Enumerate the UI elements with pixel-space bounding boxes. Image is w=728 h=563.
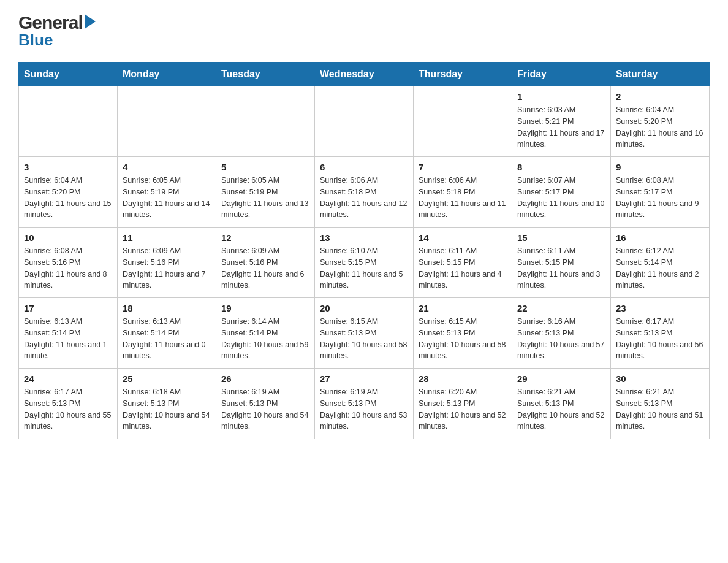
day-sun-info: Sunrise: 6:07 AMSunset: 5:17 PMDaylight:… — [517, 175, 605, 221]
logo-general-text: General — [18, 12, 83, 33]
day-sun-info: Sunrise: 6:11 AMSunset: 5:15 PMDaylight:… — [517, 245, 605, 291]
logo-arrow-icon — [85, 14, 96, 29]
calendar-cell: 30Sunrise: 6:21 AMSunset: 5:13 PMDayligh… — [611, 369, 710, 439]
day-sun-info: Sunrise: 6:06 AMSunset: 5:18 PMDaylight:… — [419, 175, 507, 221]
calendar-cell: 7Sunrise: 6:06 AMSunset: 5:18 PMDaylight… — [414, 157, 512, 228]
day-sun-info: Sunrise: 6:20 AMSunset: 5:13 PMDaylight:… — [419, 386, 507, 432]
day-number: 29 — [517, 373, 605, 384]
day-number: 11 — [123, 232, 211, 243]
calendar-cell: 15Sunrise: 6:11 AMSunset: 5:15 PMDayligh… — [512, 228, 611, 298]
day-sun-info: Sunrise: 6:21 AMSunset: 5:13 PMDaylight:… — [616, 386, 704, 432]
day-sun-info: Sunrise: 6:06 AMSunset: 5:18 PMDaylight:… — [320, 175, 408, 221]
day-sun-info: Sunrise: 6:04 AMSunset: 5:20 PMDaylight:… — [24, 175, 112, 221]
day-number: 5 — [221, 162, 309, 172]
day-number: 19 — [221, 303, 309, 313]
logo-blue-text: Blue — [18, 31, 53, 50]
page-header: General Blue — [18, 12, 710, 50]
calendar-cell: 10Sunrise: 6:08 AMSunset: 5:16 PMDayligh… — [19, 228, 118, 298]
day-number: 9 — [616, 162, 704, 172]
day-sun-info: Sunrise: 6:18 AMSunset: 5:13 PMDaylight:… — [123, 386, 211, 432]
calendar-cell: 9Sunrise: 6:08 AMSunset: 5:17 PMDaylight… — [611, 157, 710, 228]
day-header-friday: Friday — [512, 63, 611, 86]
calendar-cell: 22Sunrise: 6:16 AMSunset: 5:13 PMDayligh… — [512, 298, 611, 369]
calendar-cell: 27Sunrise: 6:19 AMSunset: 5:13 PMDayligh… — [315, 369, 414, 439]
logo: General Blue — [18, 12, 96, 50]
day-sun-info: Sunrise: 6:16 AMSunset: 5:13 PMDaylight:… — [517, 316, 605, 362]
day-number: 21 — [419, 303, 507, 313]
calendar-cell: 12Sunrise: 6:09 AMSunset: 5:16 PMDayligh… — [216, 228, 315, 298]
calendar-cell: 4Sunrise: 6:05 AMSunset: 5:19 PMDaylight… — [118, 157, 216, 228]
day-sun-info: Sunrise: 6:17 AMSunset: 5:13 PMDaylight:… — [616, 316, 704, 362]
calendar-cell: 24Sunrise: 6:17 AMSunset: 5:13 PMDayligh… — [19, 369, 118, 439]
day-sun-info: Sunrise: 6:08 AMSunset: 5:17 PMDaylight:… — [616, 175, 704, 221]
calendar-cell: 2Sunrise: 6:04 AMSunset: 5:20 PMDaylight… — [611, 86, 710, 157]
calendar-cell: 3Sunrise: 6:04 AMSunset: 5:20 PMDaylight… — [19, 157, 118, 228]
week-row-2: 3Sunrise: 6:04 AMSunset: 5:20 PMDaylight… — [19, 157, 710, 228]
day-number: 15 — [517, 232, 605, 243]
day-number: 30 — [616, 373, 704, 384]
calendar-header-row: SundayMondayTuesdayWednesdayThursdayFrid… — [19, 63, 710, 86]
calendar-cell: 16Sunrise: 6:12 AMSunset: 5:14 PMDayligh… — [611, 228, 710, 298]
day-number: 10 — [24, 232, 112, 243]
calendar-cell — [315, 86, 414, 157]
calendar-cell — [216, 86, 315, 157]
day-sun-info: Sunrise: 6:11 AMSunset: 5:15 PMDaylight:… — [419, 245, 507, 291]
week-row-5: 24Sunrise: 6:17 AMSunset: 5:13 PMDayligh… — [19, 369, 710, 439]
day-header-saturday: Saturday — [611, 63, 710, 86]
calendar-cell: 8Sunrise: 6:07 AMSunset: 5:17 PMDaylight… — [512, 157, 611, 228]
day-number: 6 — [320, 162, 408, 172]
day-number: 12 — [221, 232, 309, 243]
day-header-tuesday: Tuesday — [216, 63, 315, 86]
day-number: 16 — [616, 232, 704, 243]
calendar-cell: 25Sunrise: 6:18 AMSunset: 5:13 PMDayligh… — [118, 369, 216, 439]
calendar-cell — [19, 86, 118, 157]
calendar-cell: 13Sunrise: 6:10 AMSunset: 5:15 PMDayligh… — [315, 228, 414, 298]
day-number: 13 — [320, 232, 408, 243]
day-sun-info: Sunrise: 6:10 AMSunset: 5:15 PMDaylight:… — [320, 245, 408, 291]
day-number: 17 — [24, 303, 112, 313]
calendar-table: SundayMondayTuesdayWednesdayThursdayFrid… — [18, 62, 710, 439]
day-sun-info: Sunrise: 6:19 AMSunset: 5:13 PMDaylight:… — [221, 386, 309, 432]
week-row-3: 10Sunrise: 6:08 AMSunset: 5:16 PMDayligh… — [19, 228, 710, 298]
day-sun-info: Sunrise: 6:09 AMSunset: 5:16 PMDaylight:… — [221, 245, 309, 291]
calendar-cell: 21Sunrise: 6:15 AMSunset: 5:13 PMDayligh… — [414, 298, 512, 369]
day-sun-info: Sunrise: 6:05 AMSunset: 5:19 PMDaylight:… — [123, 175, 211, 221]
calendar-cell — [414, 86, 512, 157]
day-sun-info: Sunrise: 6:03 AMSunset: 5:21 PMDaylight:… — [517, 104, 605, 150]
calendar-cell: 6Sunrise: 6:06 AMSunset: 5:18 PMDaylight… — [315, 157, 414, 228]
calendar-cell: 17Sunrise: 6:13 AMSunset: 5:14 PMDayligh… — [19, 298, 118, 369]
day-number: 1 — [517, 91, 605, 102]
day-number: 3 — [24, 162, 112, 172]
calendar-cell: 26Sunrise: 6:19 AMSunset: 5:13 PMDayligh… — [216, 369, 315, 439]
day-sun-info: Sunrise: 6:08 AMSunset: 5:16 PMDaylight:… — [24, 245, 112, 291]
day-sun-info: Sunrise: 6:12 AMSunset: 5:14 PMDaylight:… — [616, 245, 704, 291]
day-number: 25 — [123, 373, 211, 384]
calendar-cell: 18Sunrise: 6:13 AMSunset: 5:14 PMDayligh… — [118, 298, 216, 369]
day-header-sunday: Sunday — [19, 63, 118, 86]
week-row-4: 17Sunrise: 6:13 AMSunset: 5:14 PMDayligh… — [19, 298, 710, 369]
day-number: 22 — [517, 303, 605, 313]
day-number: 7 — [419, 162, 507, 172]
day-sun-info: Sunrise: 6:09 AMSunset: 5:16 PMDaylight:… — [123, 245, 211, 291]
day-header-monday: Monday — [118, 63, 216, 86]
day-sun-info: Sunrise: 6:19 AMSunset: 5:13 PMDaylight:… — [320, 386, 408, 432]
day-header-thursday: Thursday — [414, 63, 512, 86]
calendar-cell: 28Sunrise: 6:20 AMSunset: 5:13 PMDayligh… — [414, 369, 512, 439]
day-sun-info: Sunrise: 6:17 AMSunset: 5:13 PMDaylight:… — [24, 386, 112, 432]
calendar-cell: 20Sunrise: 6:15 AMSunset: 5:13 PMDayligh… — [315, 298, 414, 369]
day-sun-info: Sunrise: 6:13 AMSunset: 5:14 PMDaylight:… — [123, 316, 211, 362]
calendar-cell — [118, 86, 216, 157]
calendar-cell: 23Sunrise: 6:17 AMSunset: 5:13 PMDayligh… — [611, 298, 710, 369]
day-sun-info: Sunrise: 6:13 AMSunset: 5:14 PMDaylight:… — [24, 316, 112, 362]
calendar-cell: 19Sunrise: 6:14 AMSunset: 5:14 PMDayligh… — [216, 298, 315, 369]
day-number: 14 — [419, 232, 507, 243]
week-row-1: 1Sunrise: 6:03 AMSunset: 5:21 PMDaylight… — [19, 86, 710, 157]
day-number: 24 — [24, 373, 112, 384]
calendar-cell: 5Sunrise: 6:05 AMSunset: 5:19 PMDaylight… — [216, 157, 315, 228]
day-sun-info: Sunrise: 6:14 AMSunset: 5:14 PMDaylight:… — [221, 316, 309, 362]
calendar-cell: 11Sunrise: 6:09 AMSunset: 5:16 PMDayligh… — [118, 228, 216, 298]
day-number: 2 — [616, 91, 704, 102]
calendar-cell: 1Sunrise: 6:03 AMSunset: 5:21 PMDaylight… — [512, 86, 611, 157]
day-sun-info: Sunrise: 6:15 AMSunset: 5:13 PMDaylight:… — [419, 316, 507, 362]
calendar-cell: 29Sunrise: 6:21 AMSunset: 5:13 PMDayligh… — [512, 369, 611, 439]
